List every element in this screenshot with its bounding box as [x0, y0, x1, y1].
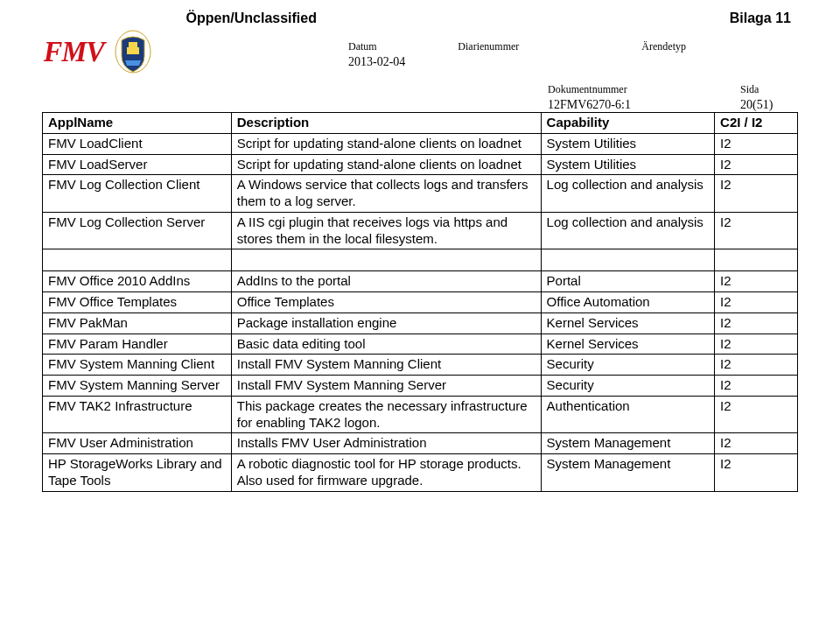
cell-lvl: I2	[715, 292, 798, 313]
meta-diarie: Diarienummer	[458, 40, 589, 69]
cell-desc: A robotic diagnostic tool for HP storage…	[231, 454, 541, 492]
bilaga-label: Bilaga 11	[730, 11, 791, 26]
svg-rect-1	[129, 42, 137, 47]
cell-cap: Authentication	[541, 396, 714, 433]
cell-cap: System Utilities	[541, 133, 714, 154]
cell-cap: System Management	[541, 433, 714, 454]
cell-lvl: I2	[715, 433, 798, 454]
meta-row-1: Datum 2013-02-04 Diarienummer Ärendetyp	[42, 40, 798, 69]
cell-name: FMV Log Collection Server	[43, 212, 232, 249]
application-table: ApplName Description Capability C2I / I2…	[42, 112, 798, 492]
cell-lvl: I2	[715, 212, 798, 249]
cell-name: FMV TAK2 Infrastructure	[43, 396, 232, 433]
table-row: FMV Log Collection ClientA Windows servi…	[43, 175, 798, 213]
cell-name: FMV System Manning Client	[43, 355, 232, 376]
classification-row: Öppen/Unclassified Bilaga 11	[151, 11, 798, 26]
document-page: FMV Öppen/Unclassified Bilaga 11 Datum 2…	[0, 0, 840, 509]
logo-block: FMV	[42, 30, 151, 74]
cell-name: FMV LoadServer	[43, 154, 232, 175]
svg-rect-2	[127, 47, 139, 54]
dok-label: Dokumentnummer	[548, 83, 688, 96]
cell-cap: Log collection and analysis	[541, 212, 714, 249]
cell-lvl: I2	[715, 376, 798, 397]
cell-cap: Log collection and analysis	[541, 175, 714, 213]
meta-arende: Ärendetyp	[641, 40, 686, 69]
table-row: HP StorageWorks Library and Tape ToolsA …	[43, 454, 798, 492]
meta-row-2: Dokumentnummer 12FMV6270-6:1 Sida 20(51)	[42, 83, 798, 112]
table-row: FMV User AdministrationInstalls FMV User…	[43, 433, 798, 454]
cell-name: FMV Log Collection Client	[43, 175, 232, 213]
cell-desc: A IIS cgi plugin that receives logs via …	[231, 212, 541, 249]
dok-value: 12FMV6270-6:1	[548, 98, 688, 112]
cell-lvl: I2	[715, 312, 798, 334]
cell-desc: Package installation engine	[231, 312, 541, 334]
cell-name: HP StorageWorks Library and Tape Tools	[43, 454, 232, 492]
cell-lvl: I2	[715, 154, 798, 175]
cell-cap: System Utilities	[541, 154, 714, 175]
datum-value: 2013-02-04	[348, 55, 405, 69]
classification-label: Öppen/Unclassified	[186, 11, 317, 26]
meta-datum: Datum 2013-02-04	[348, 40, 405, 69]
cell-cap: Security	[541, 355, 714, 376]
diarie-label: Diarienummer	[458, 40, 589, 53]
cell-desc: Installs FMV User Administration	[231, 433, 541, 454]
cell-cap: Security	[541, 376, 714, 397]
cell-name: FMV LoadClient	[43, 133, 232, 154]
sida-label: Sida	[740, 83, 773, 96]
cell-cap: System Management	[541, 454, 714, 492]
cell-cap: Office Automation	[541, 292, 714, 313]
col-c2i: C2I / I2	[715, 113, 798, 134]
cell-cap: Kernel Services	[541, 312, 714, 334]
cell-desc: A Windows service that collects logs and…	[231, 175, 541, 213]
table-row: FMV PakManPackage installation engineKer…	[43, 312, 798, 334]
cell-desc: Install FMV System Manning Server	[231, 376, 541, 397]
cell-lvl: I2	[715, 175, 798, 213]
col-description: Description	[231, 113, 541, 134]
cell-name: FMV User Administration	[43, 433, 232, 454]
cell-lvl: I2	[715, 355, 798, 376]
sida-value: 20(51)	[740, 98, 773, 112]
cell-lvl: I2	[715, 454, 798, 492]
cell-desc: This package creates the necessary infra…	[231, 396, 541, 433]
meta-sida: Sida 20(51)	[740, 83, 773, 112]
cell-lvl: I2	[715, 271, 798, 292]
cell-name: FMV Office Templates	[43, 292, 232, 313]
datum-label: Datum	[348, 40, 405, 53]
cell-lvl: I2	[715, 133, 798, 154]
cell-desc: Script for updating stand-alone clients …	[231, 154, 541, 175]
cell-name: FMV PakMan	[43, 312, 232, 334]
table-row: FMV System Manning ClientInstall FMV Sys…	[43, 355, 798, 376]
table-row: FMV System Manning ServerInstall FMV Sys…	[43, 376, 798, 397]
table-row: FMV LoadServerScript for updating stand-…	[43, 154, 798, 175]
crest-icon	[115, 30, 151, 74]
table-header-row: ApplName Description Capability C2I / I2	[43, 113, 798, 134]
cell-name: FMV Param Handler	[43, 334, 232, 355]
cell-name: FMV System Manning Server	[43, 376, 232, 397]
cell-desc: Basic data editing tool	[231, 334, 541, 355]
table-row: FMV LoadClientScript for updating stand-…	[43, 133, 798, 154]
col-capability: Capability	[541, 113, 714, 134]
table-row: FMV TAK2 InfrastructureThis package crea…	[43, 396, 798, 433]
cell-cap: Kernel Services	[541, 334, 714, 355]
cell-desc: AddIns to the portal	[231, 271, 541, 292]
meta-dokumentnummer: Dokumentnummer 12FMV6270-6:1	[548, 83, 688, 112]
cell-desc: Install FMV System Manning Client	[231, 355, 541, 376]
fmv-logo-text: FMV	[44, 35, 104, 68]
cell-lvl: I2	[715, 334, 798, 355]
table-row: FMV Log Collection ServerA IIS cgi plugi…	[43, 212, 798, 249]
col-applname: ApplName	[43, 113, 232, 134]
arende-label: Ärendetyp	[641, 40, 686, 53]
table-row: FMV Office TemplatesOffice TemplatesOffi…	[43, 292, 798, 313]
cell-name: FMV Office 2010 AddIns	[43, 271, 232, 292]
table-row: FMV Office 2010 AddInsAddIns to the port…	[43, 271, 798, 292]
cell-cap: Portal	[541, 271, 714, 292]
cell-desc: Office Templates	[231, 292, 541, 313]
cell-lvl: I2	[715, 396, 798, 433]
table-row: FMV Param HandlerBasic data editing tool…	[43, 334, 798, 355]
cell-desc: Script for updating stand-alone clients …	[231, 133, 541, 154]
table-spacer-row	[43, 249, 798, 271]
